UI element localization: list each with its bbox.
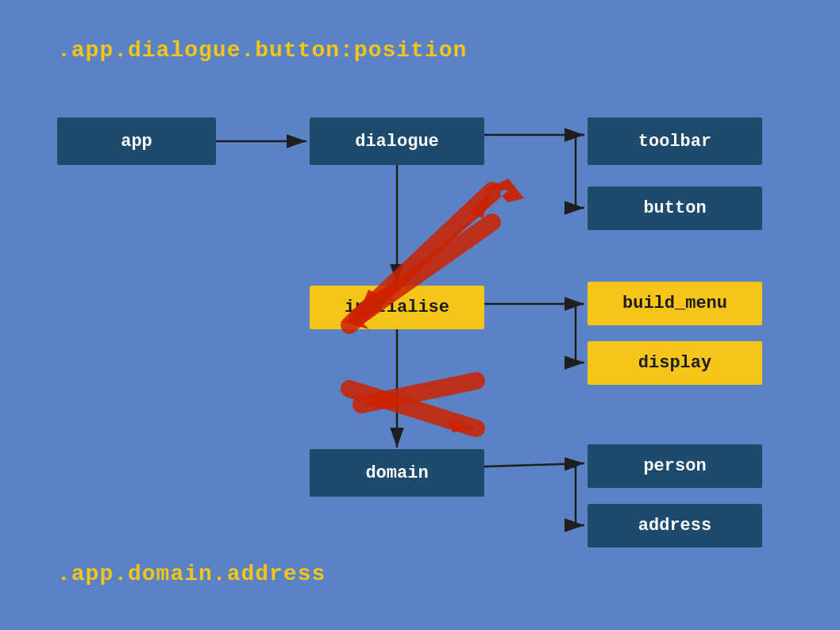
node-build-menu: build_menu xyxy=(588,282,762,325)
title-bottom: .app.domain.address xyxy=(57,562,326,586)
node-button: button xyxy=(588,186,762,230)
node-toolbar: toolbar xyxy=(588,117,762,165)
title-top: .app.dialogue.button:position xyxy=(57,38,467,63)
node-person: person xyxy=(588,444,762,488)
node-display: display xyxy=(588,341,762,385)
svg-marker-13 xyxy=(361,395,391,409)
node-dialogue: dialogue xyxy=(310,117,484,165)
svg-marker-10 xyxy=(468,190,492,218)
node-initialise: initialise xyxy=(310,286,484,329)
node-domain: domain xyxy=(310,449,484,497)
node-address: address xyxy=(588,504,762,547)
svg-line-8 xyxy=(484,463,584,467)
svg-marker-12 xyxy=(449,419,476,432)
node-app: app xyxy=(57,117,216,165)
